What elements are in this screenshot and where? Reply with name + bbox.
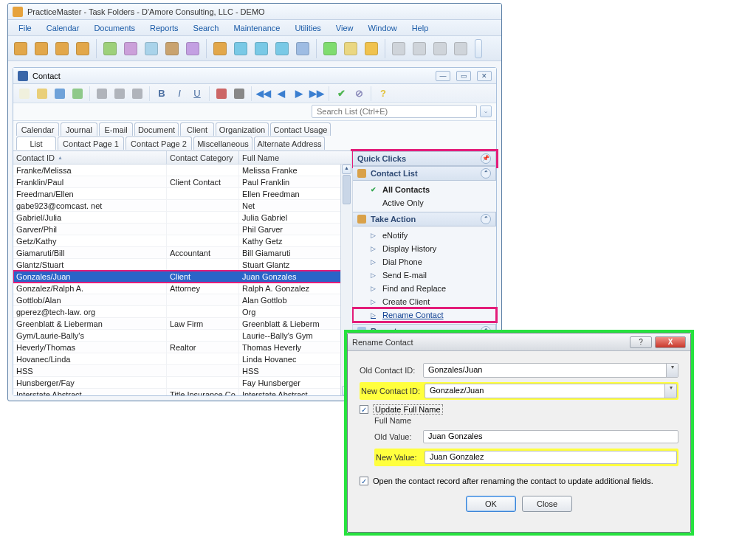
table-row[interactable]: Garver/PhilPhil Garver xyxy=(13,224,352,235)
toolbar-button-0[interactable] xyxy=(11,39,30,58)
panel-quick-clicks[interactable]: Quick Clicks 📌 xyxy=(353,151,496,166)
journal-button[interactable] xyxy=(69,86,86,102)
toolbar-button-17[interactable] xyxy=(389,39,408,58)
tab-contact-page-2[interactable]: Contact Page 2 xyxy=(126,136,192,150)
toolbar-button-14[interactable] xyxy=(320,39,340,58)
close-button[interactable]: Close xyxy=(522,496,572,512)
menu-calendar[interactable]: Calendar xyxy=(39,22,87,34)
toolbar-button-8[interactable] xyxy=(183,39,202,58)
tab-contact-usage[interactable]: Contact Usage xyxy=(270,122,331,136)
action-create-client[interactable]: ▷Create Client xyxy=(353,295,496,308)
open-button[interactable] xyxy=(34,86,50,102)
dropdown-icon[interactable]: ▾ xyxy=(666,364,678,377)
tab-e-mail[interactable]: E-mail xyxy=(99,122,133,136)
tab-journal[interactable]: Journal xyxy=(61,122,97,136)
action-send-e-mail[interactable]: ▷Send E-mail xyxy=(353,269,496,282)
toolbar-button-5[interactable] xyxy=(121,39,140,58)
table-row[interactable]: Giamaruti/BillAccountantBill Giamaruti xyxy=(13,247,352,259)
cut-button[interactable] xyxy=(94,86,110,102)
menu-view[interactable]: View xyxy=(329,22,361,34)
dialog-close-button[interactable]: X xyxy=(655,336,686,348)
toolbar-button-13[interactable] xyxy=(293,39,312,58)
maximize-button[interactable]: ▭ xyxy=(456,71,471,81)
panel-contact-list[interactable]: Contact List ⌃ xyxy=(353,166,496,181)
close-button[interactable]: ✕ xyxy=(477,71,492,81)
open-record-checkbox[interactable]: ✓ xyxy=(360,477,368,485)
menu-search[interactable]: Search xyxy=(186,22,227,34)
action-find-and-replace[interactable]: ▷Find and Replace xyxy=(353,282,496,295)
table-row[interactable]: Hunsberger/FayFay Hunsberger xyxy=(13,377,352,389)
toolbar-button-20[interactable] xyxy=(451,39,470,58)
table-row[interactable]: Glantz/StuartStuart Glantz xyxy=(13,259,352,271)
save-button[interactable] xyxy=(52,86,68,102)
tab-calendar[interactable]: Calendar xyxy=(16,122,59,136)
action-display-history[interactable]: ▷Display History xyxy=(353,242,496,255)
toolbar-button-18[interactable] xyxy=(410,39,429,58)
table-row[interactable]: Gabriel/JuliaJulia Gabriel xyxy=(13,212,352,224)
new-button[interactable] xyxy=(16,86,32,102)
filter-all-contacts[interactable]: ✔ All Contacts xyxy=(353,183,496,196)
table-row[interactable]: Getz/KathyKathy Getz xyxy=(13,235,352,247)
next-button[interactable]: ▶ xyxy=(291,86,307,102)
table-row[interactable]: gabe923@comcast. netNet xyxy=(13,200,352,212)
prev-button[interactable]: ◀ xyxy=(273,86,289,102)
scroll-up-button[interactable]: ▲ xyxy=(342,165,351,174)
table-row[interactable]: Gym/Laurie-Bally'sLaurie--Bally's Gym xyxy=(13,330,352,342)
dropdown-icon[interactable]: ▾ xyxy=(664,384,676,398)
table-row[interactable]: Franklin/PaulClient ContactPaul Franklin xyxy=(13,176,352,188)
copy-button[interactable] xyxy=(111,86,128,102)
toolbar-button-11[interactable] xyxy=(252,39,271,58)
table-row[interactable]: Gottlob/AlanAlan Gottlob xyxy=(13,294,352,306)
underline-button[interactable]: U xyxy=(189,86,205,102)
tab-document[interactable]: Document xyxy=(134,122,179,136)
new-value-field[interactable]: Juan Gonzalez xyxy=(425,451,677,464)
last-button[interactable]: ▶▶ xyxy=(309,86,325,102)
table-row[interactable]: Gonzales/JuanClientJuan Gonzales xyxy=(13,271,352,283)
tab-alternate-address[interactable]: Alternate Address xyxy=(254,136,325,150)
menu-maintenance[interactable]: Maintenance xyxy=(226,22,287,34)
search-input[interactable] xyxy=(312,105,477,118)
toolbar-button-19[interactable] xyxy=(430,39,450,58)
italic-button[interactable]: I xyxy=(171,86,188,102)
toolbar-button-12[interactable] xyxy=(272,39,292,58)
new-contact-field[interactable]: Gonzalez/Juan ▾ xyxy=(425,384,677,398)
col-contact-id[interactable]: Contact ID▲ xyxy=(13,151,167,164)
menu-window[interactable]: Window xyxy=(361,22,405,34)
table-row[interactable]: gperez@tech-law. orgOrg xyxy=(13,306,352,318)
table-row[interactable]: Interstate AbstractTitle Insurance CoInt… xyxy=(13,389,352,395)
tab-contact-page-1[interactable]: Contact Page 1 xyxy=(58,136,124,150)
collapse-icon[interactable]: ⌃ xyxy=(481,168,491,179)
pin-icon[interactable]: 📌 xyxy=(481,153,491,164)
toolbar-button-10[interactable] xyxy=(231,39,250,58)
scroll-thumb[interactable] xyxy=(343,175,351,204)
table-row[interactable]: Heverly/ThomasRealtorThomas Heverly xyxy=(13,342,352,353)
table-row[interactable]: HSSHSS xyxy=(13,365,352,377)
menu-documents[interactable]: Documents xyxy=(86,22,142,34)
toolbar-button-15[interactable] xyxy=(341,39,360,58)
collapse-icon[interactable]: ⌃ xyxy=(481,214,491,224)
toolbar-button-1[interactable] xyxy=(32,39,51,58)
action-rename-contact[interactable]: ▷Rename Contact xyxy=(353,308,496,322)
action-enotify[interactable]: ▷eNotify xyxy=(353,229,496,242)
ok-button[interactable]: OK xyxy=(466,496,516,512)
first-button[interactable]: ◀◀ xyxy=(255,86,272,102)
check-button[interactable]: ✔ xyxy=(333,86,349,102)
col-contact-category[interactable]: Contact Category xyxy=(167,151,239,164)
bold-button[interactable]: B xyxy=(154,86,170,102)
filter-active-only[interactable]: Active Only xyxy=(353,196,496,210)
toolbar-button-2[interactable] xyxy=(52,39,72,58)
toolbar-button-6[interactable] xyxy=(142,39,161,58)
block-button[interactable]: ⊘ xyxy=(351,86,367,102)
table-row[interactable]: Franke/MelissaMelissa Franke xyxy=(13,165,352,176)
table-row[interactable]: Hovanec/LindaLinda Hovanec xyxy=(13,353,352,365)
table-row[interactable]: Freedman/EllenEllen Freedman xyxy=(13,188,352,200)
update-fullname-checkbox[interactable]: ✓ xyxy=(360,405,368,414)
panel-take-action[interactable]: Take Action ⌃ xyxy=(353,212,496,226)
toolbar-button-7[interactable] xyxy=(162,39,182,58)
action-dial-phone[interactable]: ▷Dial Phone xyxy=(353,255,496,269)
old-contact-field[interactable]: Gonzales/Juan ▾ xyxy=(423,363,678,378)
tab-miscellaneous[interactable]: Miscellaneous xyxy=(193,136,252,150)
table-row[interactable]: Greenblatt & LiebermanLaw FirmGreenblatt… xyxy=(13,318,352,330)
toolbar-button-4[interactable] xyxy=(100,39,120,58)
toolbar-button-9[interactable] xyxy=(210,39,230,58)
